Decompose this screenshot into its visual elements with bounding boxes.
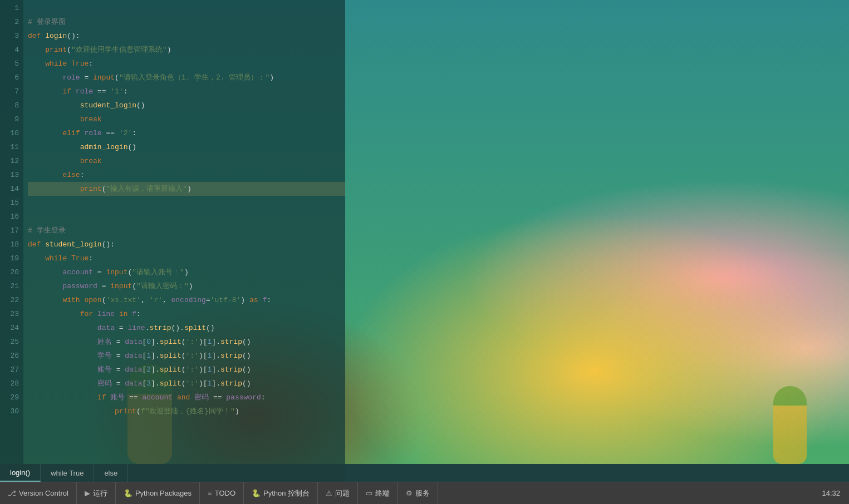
line-num: 8	[0, 98, 19, 112]
bottom-tab-else[interactable]: else	[94, 464, 128, 482]
line-num: 2	[0, 15, 19, 29]
line-num: 23	[0, 307, 19, 321]
code-line-9: break	[28, 112, 345, 126]
code-line-21: password = input("请输入密码：")	[28, 279, 345, 293]
line-num: 13	[0, 168, 19, 182]
line-num: 20	[0, 265, 19, 279]
problems-button[interactable]: ⚠ 问题	[318, 482, 358, 504]
code-line-1	[28, 1, 345, 15]
line-num: 14	[0, 182, 19, 196]
line-num: 9	[0, 112, 19, 126]
code-line-12: break	[28, 154, 345, 168]
code-line-14: print("输入有误，请重新输入")	[28, 182, 345, 196]
code-line-24: data = line.strip().split()	[28, 321, 345, 335]
code-line-8: student_login()	[28, 98, 345, 112]
line-num: 19	[0, 251, 19, 265]
code-line-6: role = input("请输入登录角色（1. 学生，2. 管理员）：")	[28, 71, 345, 85]
terminal-button[interactable]: ▭ 终端	[358, 482, 398, 504]
python-console-icon: 🐍	[252, 489, 261, 497]
line-num: 17	[0, 224, 19, 238]
code-line-27: 账号 = data[2].split(':')[1].strip()	[28, 363, 345, 377]
python-console-label: Python 控制台	[263, 488, 310, 498]
time-display: 14:32	[822, 489, 849, 497]
line-num: 10	[0, 126, 19, 140]
code-line-3: def login():	[28, 29, 345, 43]
code-line-23: for line in f:	[28, 307, 345, 321]
problems-label: 问题	[335, 488, 350, 498]
todo-button[interactable]: ≡ TODO	[200, 482, 244, 504]
code-line-29: if 账号 == account and 密码 == password:	[28, 391, 345, 404]
bottom-tab-while[interactable]: while True	[41, 464, 94, 482]
line-num: 15	[0, 196, 19, 210]
code-line-4: print("欢迎使用学生信息管理系统")	[28, 43, 345, 57]
version-control-button[interactable]: ⎇ Version Control	[0, 482, 77, 504]
line-num: 11	[0, 140, 19, 154]
line-num: 16	[0, 210, 19, 224]
line-num: 12	[0, 154, 19, 168]
run-label: 运行	[93, 488, 107, 498]
code-line-18: def student_login():	[28, 238, 345, 251]
line-num: 7	[0, 85, 19, 98]
line-num: 27	[0, 363, 19, 377]
python-packages-icon: 🐍	[124, 489, 132, 497]
code-line-20: account = input("请输入账号：")	[28, 265, 345, 279]
code-line-5: while True:	[28, 57, 345, 71]
line-num: 29	[0, 391, 19, 404]
code-line-2: # 登录界面	[28, 15, 345, 29]
line-num: 3	[0, 29, 19, 43]
line-num: 28	[0, 377, 19, 391]
line-num: 25	[0, 335, 19, 349]
line-num: 18	[0, 238, 19, 251]
code-line-17: # 学生登录	[28, 224, 345, 238]
code-line-11: admin_login()	[28, 140, 345, 154]
terminal-icon: ▭	[366, 489, 372, 497]
code-text[interactable]: # 登录界面 def login(): print("欢迎使用学生信息管理系统"…	[23, 0, 345, 482]
terminal-label: 终端	[375, 488, 390, 498]
line-num: 4	[0, 43, 19, 57]
line-num: 24	[0, 321, 19, 335]
run-button[interactable]: ▶ 运行	[77, 482, 116, 504]
version-control-icon: ⎇	[8, 489, 16, 497]
bottom-tabs: login() while True else	[0, 464, 849, 482]
todo-label: TODO	[215, 489, 235, 497]
line-num: 22	[0, 293, 19, 307]
code-line-19: while True:	[28, 251, 345, 265]
line-num: 30	[0, 404, 19, 418]
code-line-22: with open('xs.txt', 'r', encoding='utf-8…	[28, 293, 345, 307]
problems-icon: ⚠	[326, 489, 332, 497]
line-num: 6	[0, 71, 19, 85]
python-console-button[interactable]: 🐍 Python 控制台	[244, 482, 318, 504]
code-line-10: elif role == '2':	[28, 126, 345, 140]
run-icon: ▶	[85, 489, 90, 497]
code-line-26: 学号 = data[1].split(':')[1].strip()	[28, 349, 345, 363]
code-line-16	[28, 210, 345, 224]
services-button[interactable]: ⚙ 服务	[398, 482, 438, 504]
line-num: 21	[0, 279, 19, 293]
code-line-28: 密码 = data[3].split(':')[1].strip()	[28, 377, 345, 391]
services-label: 服务	[415, 488, 430, 498]
status-bar: ⎇ Version Control ▶ 运行 🐍 Python Packages…	[0, 482, 849, 504]
services-icon: ⚙	[406, 489, 413, 497]
code-editor: 1 2 3 4 5 6 7 8 9 10 11 12 13 14 15 16 1…	[0, 0, 345, 482]
code-line-7: if role == '1':	[28, 85, 345, 98]
todo-icon: ≡	[208, 489, 212, 497]
code-line-13: else:	[28, 168, 345, 182]
line-num: 26	[0, 349, 19, 363]
python-packages-label: Python Packages	[135, 489, 192, 497]
version-control-label: Version Control	[19, 489, 68, 497]
code-line-15	[28, 196, 345, 210]
python-packages-button[interactable]: 🐍 Python Packages	[116, 482, 200, 504]
clock: 14:32	[822, 489, 840, 497]
line-num: 1	[0, 1, 19, 15]
code-line-30: print(f"欢迎登陆，{姓名}同学！")	[28, 404, 345, 418]
line-num: 5	[0, 57, 19, 71]
bottom-tab-login[interactable]: login()	[0, 464, 41, 482]
code-line-25: 姓名 = data[0].split(':')[1].strip()	[28, 335, 345, 349]
line-numbers: 1 2 3 4 5 6 7 8 9 10 11 12 13 14 15 16 1…	[0, 0, 23, 482]
